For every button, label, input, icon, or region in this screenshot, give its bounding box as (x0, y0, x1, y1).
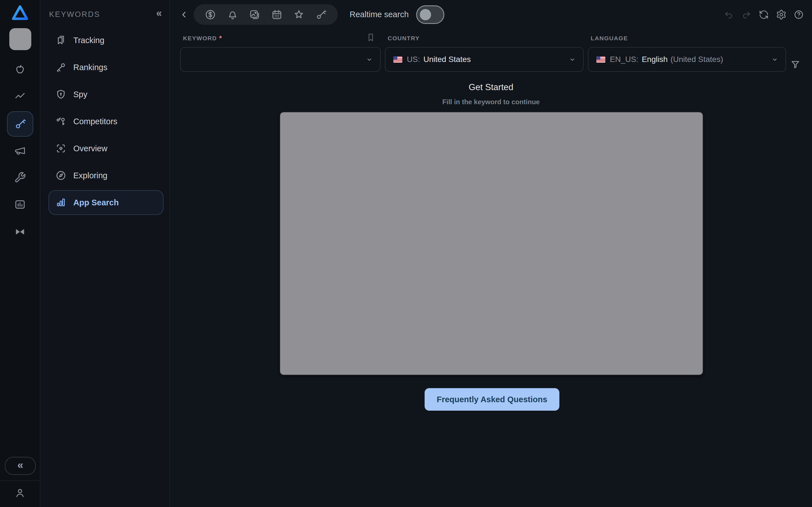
sidebar-header: KEYWORDS « (49, 8, 162, 21)
asolytics-logo[interactable] (0, 4, 40, 21)
chevron-down-icon (365, 55, 374, 64)
main-content: Realtime search (170, 0, 812, 507)
shield-keyhole-icon (55, 89, 66, 100)
bell-icon[interactable] (227, 9, 239, 20)
sidebar-items: Tracking Rankings Spy (49, 28, 163, 215)
keyword-select[interactable] (180, 47, 380, 72)
keyword-label: KEYWORD * (180, 33, 380, 43)
sidebar-item-app-search[interactable]: App Search (49, 190, 163, 215)
sidebar-item-label: Exploring (73, 171, 107, 180)
sidebar-item-overview[interactable]: Overview (49, 136, 163, 161)
page-title: Get Started (170, 82, 812, 93)
realtime-search-label: Realtime search (350, 10, 409, 19)
sidebar-item-label: Competitors (73, 117, 117, 126)
chevron-down-icon (770, 55, 779, 64)
topbar-right-actions (723, 0, 804, 29)
rail-collapse-glyph: « (17, 459, 23, 471)
icon-rail: « (0, 0, 40, 507)
sidebar-title: KEYWORDS (49, 10, 100, 19)
required-asterisk: * (219, 34, 222, 42)
rail-divider (0, 481, 40, 481)
page-subtitle: Fill in the keyword to continue (170, 98, 812, 106)
focus-scan-icon (55, 143, 66, 154)
app-root: « KEYWORDS « Tracking (0, 0, 812, 507)
keyword-label-text: KEYWORD (183, 35, 217, 42)
sidebar-item-label: App Search (73, 198, 119, 207)
sidebar-item-label: Tracking (73, 36, 104, 45)
faq-button[interactable]: Frequently Asked Questions (424, 388, 559, 411)
keyword-field-group: KEYWORD * (180, 33, 380, 72)
redo-icon[interactable] (741, 9, 752, 20)
user-profile-icon[interactable] (0, 487, 40, 499)
us-flag-icon (393, 56, 402, 63)
apple-store-icon[interactable] (0, 63, 40, 76)
us-flag-icon (596, 56, 605, 63)
realtime-search-toggle[interactable] (416, 5, 444, 24)
compass-icon (55, 170, 66, 181)
rail-keywords-active-button[interactable] (7, 111, 33, 136)
sidebar-item-exploring[interactable]: Exploring (49, 163, 163, 188)
sidebar-item-spy[interactable]: Spy (49, 82, 163, 107)
keywords-sidebar: KEYWORDS « Tracking Rankings (41, 0, 170, 507)
country-select[interactable]: US: United States (385, 47, 583, 72)
wrench-icon[interactable] (0, 171, 40, 184)
trending-icon[interactable] (0, 91, 40, 103)
sidebar-item-label: Rankings (73, 63, 107, 72)
country-code: US: (407, 55, 420, 64)
sidebar-item-rankings[interactable]: Rankings (49, 55, 163, 80)
sidebar-item-tracking[interactable]: Tracking (49, 28, 163, 53)
realtime-search-group: Realtime search (350, 0, 444, 29)
country-label-text: COUNTRY (388, 35, 420, 42)
rail-collapse-button[interactable]: « (5, 457, 36, 475)
logo-triangle-icon (11, 4, 29, 21)
language-region: (United States) (670, 55, 723, 64)
campaigns-bowtie-icon[interactable] (0, 226, 40, 238)
country-value: United States (423, 55, 471, 64)
language-code: EN_US: (610, 55, 638, 64)
toolbar-pill (194, 4, 338, 25)
star-icon[interactable] (293, 9, 305, 20)
sidebar-item-competitors[interactable]: Competitors (49, 109, 163, 134)
current-app-thumbnail[interactable] (9, 28, 31, 50)
filter-funnel-icon[interactable] (790, 59, 801, 70)
undo-icon[interactable] (723, 9, 734, 20)
country-label: COUNTRY (385, 33, 583, 43)
video-placeholder (280, 112, 703, 375)
bar-chart-icon (55, 197, 66, 208)
language-label-text: LANGUAGE (591, 35, 628, 42)
back-button[interactable] (178, 8, 190, 21)
calendar-icon[interactable] (271, 9, 283, 20)
language-value: English (642, 55, 668, 64)
bookmarks-icon (55, 35, 66, 46)
refresh-icon[interactable] (758, 9, 769, 20)
sidebar-item-label: Overview (73, 144, 107, 153)
key-icon (55, 62, 66, 73)
megaphone-icon[interactable] (0, 145, 40, 157)
two-keys-icon (55, 116, 66, 127)
dollar-circle-icon[interactable] (204, 9, 216, 20)
help-icon[interactable] (794, 9, 804, 20)
language-field-group: LANGUAGE EN_US: English (United States) (588, 33, 786, 72)
toggle-knob (420, 9, 431, 20)
sidebar-collapse-button[interactable]: « (156, 8, 162, 20)
gallery-icon[interactable] (249, 9, 260, 20)
language-label: LANGUAGE (588, 33, 786, 43)
language-select[interactable]: EN_US: English (United States) (588, 47, 786, 72)
country-field-group: COUNTRY US: United States (385, 33, 583, 72)
bookmark-icon[interactable] (365, 32, 376, 43)
key-icon[interactable] (315, 9, 327, 20)
sidebar-item-label: Spy (73, 90, 87, 99)
chevron-down-icon (568, 55, 577, 64)
gear-icon[interactable] (776, 9, 786, 20)
bar-panel-icon[interactable] (0, 198, 40, 211)
